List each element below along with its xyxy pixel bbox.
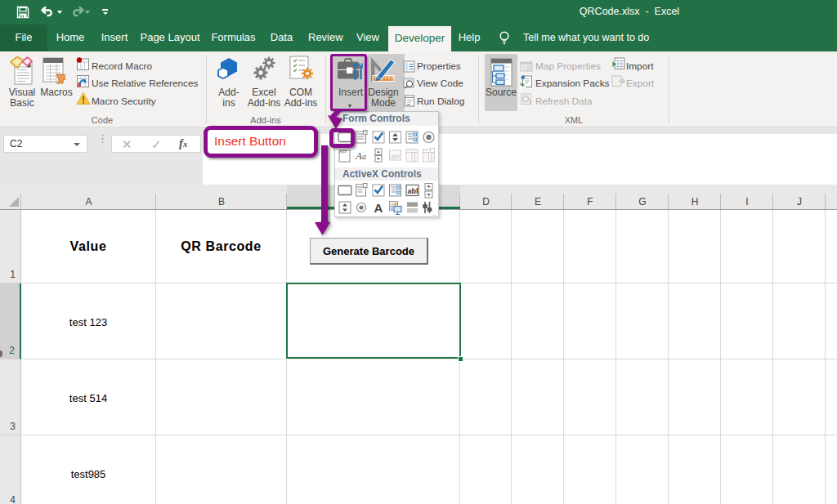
svg-text:abl: abl [391,153,400,160]
svg-text:Aa: Aa [355,149,366,162]
svg-text:..: .. [432,211,436,216]
svg-text:xyz: xyz [339,149,347,154]
svg-text:abl: abl [408,187,418,195]
svg-text:A: A [374,201,383,215]
